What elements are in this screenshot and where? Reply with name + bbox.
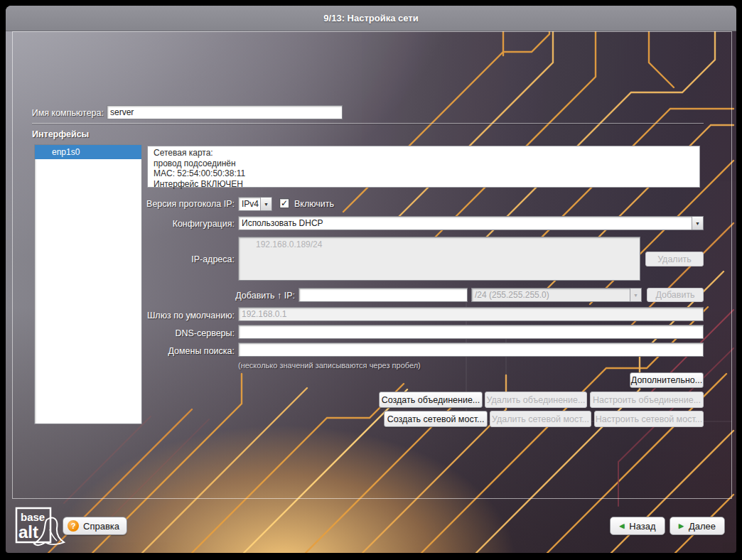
add-ip-label: Добавить ↑ IP:	[112, 289, 295, 303]
arrow-left-icon: ◀	[619, 522, 624, 529]
hostname-label: Имя компьютера:	[6, 106, 104, 120]
delete-bond-button[interactable]: Удалить объединение...	[485, 392, 587, 408]
logo-text-base: base	[21, 511, 45, 523]
titlebar: 9/13: Настройка сети	[6, 6, 736, 31]
enable-checkbox[interactable]: ✓	[279, 198, 289, 208]
search-domains-input[interactable]	[238, 343, 704, 357]
dns-label: DNS-серверы:	[48, 326, 235, 340]
ip-version-label: Версия протокола IP:	[48, 197, 235, 211]
ip-addresses-label: IP-адреса:	[48, 252, 235, 266]
question-icon: ?	[68, 520, 79, 532]
interfaces-list[interactable]: enp1s0	[34, 144, 142, 424]
back-button[interactable]: ◀ Назад	[610, 517, 665, 535]
info-line-state: Интерфейс ВКЛЮЧЕН	[154, 179, 694, 190]
chevron-down-icon[interactable]: ▼	[260, 198, 271, 210]
info-line-card: Сетевая карта:	[154, 148, 694, 158]
ip-version-select[interactable]: IPv4 ▼	[238, 197, 272, 211]
delete-bridge-button[interactable]: Удалить сетевой мост...	[490, 411, 591, 427]
configuration-label: Конфигурация:	[48, 217, 235, 231]
interface-info-box: Сетевая карта: провод подсоединён MAC: 5…	[147, 146, 700, 188]
checkmark-icon: ✓	[281, 199, 288, 208]
netmask-value: /24 (255.255.255.0)	[472, 289, 630, 301]
interface-item-enp1s0[interactable]: enp1s0	[35, 145, 141, 159]
configure-bridge-button[interactable]: Настроить сетевой мост...	[594, 411, 704, 427]
page-title: 9/13: Настройка сети	[323, 13, 418, 23]
info-line-wire: провод подсоединён	[154, 158, 694, 169]
create-bond-button[interactable]: Создать объединение...	[379, 392, 483, 408]
hostname-input[interactable]	[107, 105, 343, 119]
dns-input[interactable]	[238, 325, 704, 339]
configuration-value: Использовать DHCP	[239, 217, 692, 230]
chevron-down-icon: ▼	[630, 289, 641, 301]
gateway-label: Шлюз по умолчанию:	[48, 308, 235, 323]
add-ip-button[interactable]: Добавить	[647, 288, 704, 302]
delete-ip-button[interactable]: Удалить	[645, 252, 704, 266]
next-button[interactable]: ▶ Далее	[670, 517, 725, 535]
logo-text-alt: alt	[18, 522, 38, 542]
group-separator	[32, 123, 704, 124]
ip-version-value: IPv4	[239, 198, 260, 210]
help-button-label: Справка	[83, 521, 119, 532]
info-line-mac: MAC: 52:54:00:50:38:11	[154, 168, 694, 179]
installer-screen: 9/13: Настройка сети Имя компьютера: Инт…	[0, 0, 742, 560]
interfaces-group-label: Интерфейсы	[32, 127, 174, 141]
create-bridge-button[interactable]: Создать сетевой мост...	[384, 411, 488, 427]
arrow-right-icon: ▶	[679, 522, 684, 529]
ip-address-item[interactable]: 192.168.0.189/24	[239, 237, 640, 252]
configure-bond-button[interactable]: Настроить объединение...	[590, 392, 704, 408]
chevron-down-icon[interactable]: ▼	[692, 217, 703, 230]
netmask-select[interactable]: /24 (255.255.255.0) ▼	[471, 288, 642, 302]
help-button[interactable]: ? Справка	[63, 517, 127, 535]
installer-window: 9/13: Настройка сети Имя компьютера: Инт…	[6, 6, 736, 553]
add-ip-input[interactable]	[299, 288, 468, 302]
configuration-select[interactable]: Использовать DHCP ▼	[238, 216, 704, 230]
back-button-label: Назад	[629, 521, 655, 532]
gateway-input[interactable]	[238, 307, 704, 321]
search-domains-label: Домены поиска:	[48, 344, 235, 358]
ip-addresses-list[interactable]: 192.168.0.189/24	[238, 237, 640, 281]
advanced-button[interactable]: Дополнительно...	[630, 372, 704, 388]
multi-value-note: (несколько значений записываются через п…	[238, 361, 421, 370]
next-button-label: Далее	[689, 521, 716, 532]
enable-label: Включить	[294, 197, 380, 211]
